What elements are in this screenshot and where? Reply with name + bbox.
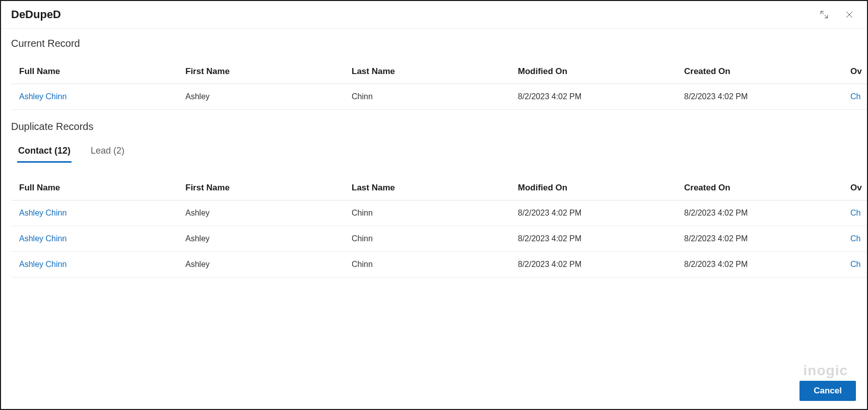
deduped-dialog: DeDupeD Current Record Full Name First N… — [0, 0, 868, 410]
cell-first-name: Ashley — [177, 84, 344, 110]
cell-modified-on: 8/2/2023 4:02 PM — [510, 200, 676, 226]
dialog-header: DeDupeD — [1, 1, 867, 29]
cell-owner-link[interactable]: Ch — [842, 252, 867, 278]
dialog-footer: Cancel — [799, 381, 856, 401]
cell-modified-on: 8/2/2023 4:02 PM — [510, 252, 676, 278]
cell-last-name: Chinn — [344, 200, 510, 226]
col-header-owner-partial[interactable]: Ov — [842, 59, 867, 84]
table-row[interactable]: Ashley ChinnAshleyChinn8/2/2023 4:02 PM8… — [11, 226, 867, 252]
cell-full-name-link[interactable]: Ashley Chinn — [11, 252, 177, 278]
expand-icon[interactable] — [819, 9, 830, 20]
col-header-first-name[interactable]: First Name — [177, 59, 344, 84]
current-record-table: Full Name First Name Last Name Modified … — [11, 59, 867, 110]
cell-first-name: Ashley — [177, 226, 344, 252]
col-header-modified-on[interactable]: Modified On — [510, 176, 676, 200]
cell-first-name: Ashley — [177, 252, 344, 278]
dialog-content: Current Record Full Name First Name Last… — [1, 29, 867, 409]
table-row[interactable]: Ashley ChinnAshleyChinn8/2/2023 4:02 PM8… — [11, 252, 867, 278]
col-header-last-name[interactable]: Last Name — [344, 176, 510, 200]
table-header-row: Full Name First Name Last Name Modified … — [11, 176, 867, 200]
col-header-last-name[interactable]: Last Name — [344, 59, 510, 84]
cell-modified-on: 8/2/2023 4:02 PM — [510, 226, 676, 252]
cell-created-on: 8/2/2023 4:02 PM — [676, 226, 842, 252]
col-header-created-on[interactable]: Created On — [676, 176, 842, 200]
duplicate-records-heading: Duplicate Records — [11, 121, 867, 132]
cell-full-name-link[interactable]: Ashley Chinn — [11, 200, 177, 226]
close-icon[interactable] — [844, 9, 855, 20]
cell-last-name: Chinn — [344, 84, 510, 110]
tab-lead[interactable]: Lead (2) — [90, 143, 125, 163]
cell-last-name: Chinn — [344, 252, 510, 278]
col-header-full-name[interactable]: Full Name — [11, 59, 177, 84]
cell-created-on: 8/2/2023 4:02 PM — [676, 84, 842, 110]
header-actions — [819, 9, 855, 20]
cell-owner-link[interactable]: Ch — [842, 84, 867, 110]
cancel-button[interactable]: Cancel — [799, 381, 856, 401]
cell-created-on: 8/2/2023 4:02 PM — [676, 200, 842, 226]
duplicate-tabs: Contact (12) Lead (2) — [17, 143, 867, 163]
table-row[interactable]: Ashley ChinnAshleyChinn8/2/2023 4:02 PM8… — [11, 200, 867, 226]
table-row[interactable]: Ashley Chinn Ashley Chinn 8/2/2023 4:02 … — [11, 84, 867, 110]
dialog-title: DeDupeD — [11, 8, 61, 21]
col-header-first-name[interactable]: First Name — [177, 176, 344, 200]
table-header-row: Full Name First Name Last Name Modified … — [11, 59, 867, 84]
cell-modified-on: 8/2/2023 4:02 PM — [510, 84, 676, 110]
cell-owner-link[interactable]: Ch — [842, 200, 867, 226]
col-header-created-on[interactable]: Created On — [676, 59, 842, 84]
cell-first-name: Ashley — [177, 200, 344, 226]
current-record-heading: Current Record — [11, 38, 867, 49]
cell-full-name-link[interactable]: Ashley Chinn — [11, 84, 177, 110]
tab-contact[interactable]: Contact (12) — [17, 143, 72, 163]
cell-created-on: 8/2/2023 4:02 PM — [676, 252, 842, 278]
col-header-full-name[interactable]: Full Name — [11, 176, 177, 200]
duplicate-records-table: Full Name First Name Last Name Modified … — [11, 176, 867, 278]
col-header-owner-partial[interactable]: Ov — [842, 176, 867, 200]
cell-last-name: Chinn — [344, 226, 510, 252]
cell-owner-link[interactable]: Ch — [842, 226, 867, 252]
cell-full-name-link[interactable]: Ashley Chinn — [11, 226, 177, 252]
col-header-modified-on[interactable]: Modified On — [510, 59, 676, 84]
